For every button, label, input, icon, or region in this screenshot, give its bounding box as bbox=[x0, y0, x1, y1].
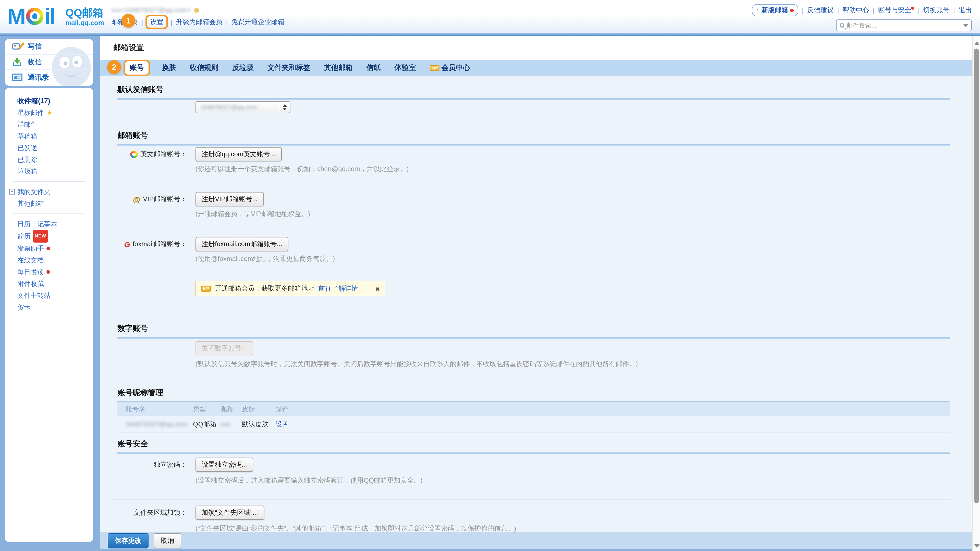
register-vip-account-button[interactable]: 注册VIP邮箱账号... bbox=[196, 192, 264, 206]
receive-label: 收信 bbox=[27, 57, 42, 67]
scroll-up-arrow[interactable] bbox=[973, 39, 980, 47]
vip-icon: VIP bbox=[201, 286, 211, 291]
expand-icon[interactable]: + bbox=[9, 189, 15, 194]
tab-stationery[interactable]: 信纸 bbox=[366, 63, 381, 73]
english-account-icon bbox=[130, 150, 138, 158]
tool-calendar[interactable]: 日历 bbox=[18, 218, 30, 230]
notification-dot bbox=[790, 8, 794, 12]
search-icon bbox=[840, 23, 844, 27]
foxmail-icon: G bbox=[124, 240, 130, 248]
folder-other-mailboxes[interactable]: 其他邮箱 bbox=[18, 197, 88, 209]
tab-skin[interactable]: 换肤 bbox=[162, 63, 176, 73]
link-account-security[interactable]: 账号与安全 bbox=[878, 6, 914, 15]
header: M il QQ邮箱 mail.qq.com xxx<164876027@qq.c… bbox=[0, 0, 980, 33]
annotation-box-account-tab: 账号 bbox=[124, 60, 150, 76]
col-action: 操作 bbox=[275, 404, 950, 414]
folder-sent[interactable]: 已发送 bbox=[18, 142, 88, 154]
new-version-button[interactable]: ↑ 新版邮箱 bbox=[752, 4, 798, 16]
folder-my-folders[interactable]: +我的文件夹 bbox=[18, 186, 88, 197]
tab-member-center[interactable]: VIP会员中心 bbox=[430, 63, 470, 73]
tab-folders-labels[interactable]: 文件夹和标签 bbox=[267, 63, 310, 73]
vip-account-at-icon: @ bbox=[133, 195, 140, 204]
logo-ring-icon bbox=[26, 8, 43, 25]
row-divider bbox=[113, 499, 950, 500]
section-underline bbox=[118, 98, 950, 100]
folder-deleted[interactable]: 已删除 bbox=[18, 154, 88, 166]
folder-inbox[interactable]: 收件箱(17) bbox=[18, 95, 88, 107]
independent-password-note: (设置独立密码后，进入邮箱需要输入独立密码验证，使用QQ邮箱更加安全。) bbox=[196, 476, 423, 485]
tool-greeting-card[interactable]: 贺卡 bbox=[18, 301, 88, 313]
link-logout[interactable]: 退出 bbox=[959, 6, 972, 15]
tool-invoice-helper[interactable]: 发票助手 bbox=[18, 242, 88, 254]
logo-m: M bbox=[7, 4, 25, 29]
tool-online-docs[interactable]: 在线文档 bbox=[18, 254, 88, 266]
register-english-account-button[interactable]: 注册@qq.com英文账号... bbox=[196, 147, 282, 161]
user-email: xxx<164876027@qq.com> bbox=[111, 6, 191, 14]
close-icon[interactable]: × bbox=[375, 284, 380, 293]
red-dot-icon bbox=[46, 247, 50, 250]
folder-drafts[interactable]: 草稿箱 bbox=[18, 130, 88, 142]
save-changes-button[interactable]: 保存更改 bbox=[108, 533, 148, 548]
lock-folder-area-button[interactable]: 加锁“文件夹区域”... bbox=[196, 506, 264, 520]
qq-mail-logo[interactable]: M il QQ邮箱 mail.qq.com bbox=[7, 4, 104, 29]
separator: | bbox=[953, 6, 955, 14]
nav-settings[interactable]: 设置 bbox=[150, 18, 164, 25]
sidebar-divider bbox=[13, 181, 85, 182]
tool-resume[interactable]: 简历NEW bbox=[18, 230, 88, 242]
cancel-button[interactable]: 取消 bbox=[154, 533, 181, 548]
tab-lab[interactable]: 体验室 bbox=[395, 63, 416, 73]
section-nickname-heading: 账号昵称管理 bbox=[118, 388, 163, 398]
compose-button[interactable]: 写信 bbox=[5, 39, 93, 54]
scrollbar-thumb[interactable] bbox=[974, 48, 979, 503]
tool-file-transfer[interactable]: 文件中转站 bbox=[18, 290, 88, 301]
col-nick: 昵称 bbox=[221, 404, 242, 414]
nav-enterprise-mail[interactable]: 免费开通企业邮箱 bbox=[231, 18, 284, 27]
tab-other-mailboxes[interactable]: 其他邮箱 bbox=[324, 63, 353, 73]
register-foxmail-account-button[interactable]: 注册foxmail.com邮箱账号... bbox=[196, 237, 288, 251]
folder-lock-label: 文件夹区域加锁： bbox=[100, 508, 187, 517]
default-account-select[interactable]: 164876027@qq.com bbox=[196, 101, 290, 113]
settings-panel: 邮箱设置 账号 换肤 收信规则 反垃圾 文件夹和标签 其他邮箱 信纸 体验室 V… bbox=[100, 36, 972, 549]
search-input[interactable] bbox=[847, 22, 961, 29]
folder-spam[interactable]: 垃圾箱 bbox=[18, 166, 88, 177]
notification-dot bbox=[911, 6, 914, 10]
tool-notebook[interactable]: 记事本 bbox=[38, 218, 57, 230]
folder-group-mail[interactable]: 群邮件 bbox=[18, 118, 88, 130]
separator: | bbox=[171, 18, 172, 26]
receive-mail-button[interactable]: 收信 bbox=[5, 54, 93, 70]
digital-account-note: (默认发信账号为数字账号时，无法关闭数字账号。关闭后数字账号只能接收来自联系人的… bbox=[196, 360, 942, 369]
separator: | bbox=[802, 6, 803, 14]
member-promo-banner: VIP 开通邮箱会员，获取更多邮箱地址 前往了解详情 × bbox=[196, 281, 385, 296]
section-underline bbox=[118, 337, 950, 339]
link-switch-account[interactable]: 切换账号 bbox=[923, 6, 950, 15]
header-divider-band bbox=[0, 33, 980, 36]
tab-receive-rules[interactable]: 收信规则 bbox=[190, 63, 218, 73]
separator: | bbox=[837, 6, 839, 14]
folder-starred[interactable]: 星标邮件★ bbox=[18, 107, 88, 118]
close-digital-account-button: 关闭数字账号... bbox=[196, 341, 253, 355]
contacts-button[interactable]: 通讯录 bbox=[5, 70, 93, 85]
new-badge: NEW bbox=[33, 230, 48, 242]
cell-account: 164876027@qq.com bbox=[118, 420, 193, 428]
row-settings-link[interactable]: 设置 bbox=[275, 420, 289, 428]
tab-account[interactable]: 账号 bbox=[125, 61, 148, 75]
foxmail-account-note: (使用@foxmail.com地址，沟通更显商务气质。) bbox=[196, 254, 335, 263]
promo-details-link[interactable]: 前往了解详情 bbox=[318, 284, 358, 293]
tool-daily-read[interactable]: 每日悦读 bbox=[18, 266, 88, 278]
search-scope-dropdown-icon[interactable] bbox=[963, 24, 968, 27]
tab-antispam[interactable]: 反垃圾 bbox=[232, 63, 254, 73]
link-feedback[interactable]: 反馈建议 bbox=[807, 6, 834, 15]
nav-upgrade-member[interactable]: 升级为邮箱会员 bbox=[176, 18, 223, 27]
separator: | bbox=[142, 18, 143, 26]
red-dot-icon bbox=[46, 270, 50, 274]
scroll-down-arrow[interactable] bbox=[973, 542, 980, 550]
english-account-label: 英文邮箱账号： bbox=[100, 150, 187, 159]
select-spinner-icon[interactable] bbox=[279, 102, 290, 113]
mail-search-box bbox=[836, 19, 972, 31]
tool-attachment-favorites[interactable]: 附件收藏 bbox=[18, 278, 88, 290]
sidebar-actions-card: 写信 收信 通讯录 bbox=[5, 39, 93, 86]
new-version-label: 新版邮箱 bbox=[762, 6, 788, 15]
set-independent-password-button[interactable]: 设置独立密码... bbox=[196, 457, 253, 472]
separator: | bbox=[33, 218, 35, 230]
link-help-center[interactable]: 帮助中心 bbox=[843, 6, 869, 15]
